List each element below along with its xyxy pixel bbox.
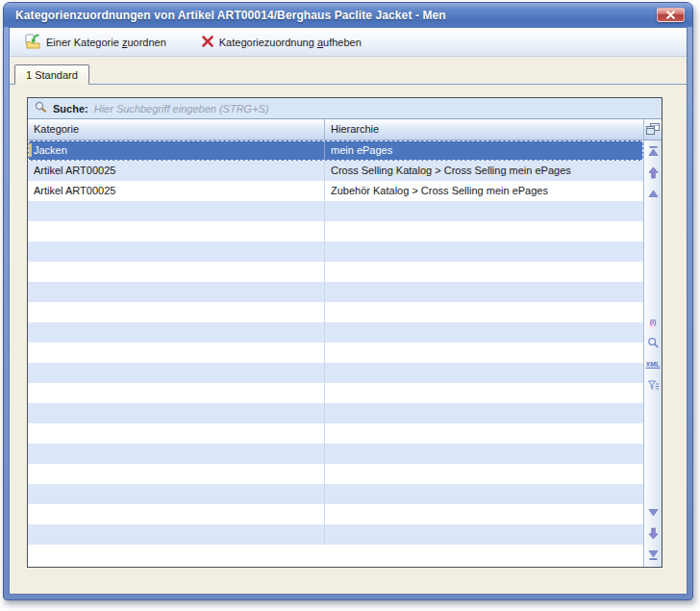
table-row[interactable]: Artikel ART00025Cross Selling Katalog > … [28,161,643,181]
table-row[interactable] [28,423,643,444]
table-row[interactable] [28,504,643,524]
dialog-window: Kategorienzuordnungen von Artikel ART000… [3,2,693,600]
search-icon [34,101,47,115]
hierarchie-cell [324,343,643,363]
column-chooser-icon [646,123,660,137]
hierarchie-cell [324,201,643,221]
kategorie-cell [28,444,324,464]
table-row[interactable] [28,383,643,403]
scroll-top-icon[interactable] [646,144,661,159]
kategorie-cell: Artikel ART00025 [28,161,324,181]
assign-category-label: Einer Kategorie zuordnen [46,37,166,48]
table-row[interactable] [28,524,643,545]
kategorie-cell [28,282,324,302]
hierarchie-cell [324,484,643,504]
close-button[interactable] [657,8,685,22]
tab-page: 1 Standard Suche: [10,57,687,594]
kategorie-cell [28,343,324,363]
assign-category-icon [25,34,41,51]
kategorie-cell [28,464,324,484]
title-bar[interactable]: Kategorienzuordnungen von Artikel ART000… [4,3,692,27]
category-grid: Suche: Kategorie Hierarchie Jackenmein e… [27,97,662,568]
hierarchie-cell [324,302,643,322]
desktop-background: Kategorienzuordnungen von Artikel ART000… [0,0,700,611]
hierarchie-cell [324,524,643,545]
search-bar: Suche: [28,98,662,119]
search-label: Suche: [53,103,88,115]
xml-export-icon[interactable]: XML [646,357,661,371]
table-row[interactable] [28,484,643,504]
table-row[interactable]: Artikel ART00025Zubehör Katalog > Cross … [28,181,643,201]
tab-standard[interactable]: 1 Standard [14,64,89,85]
table-row[interactable] [28,282,643,302]
hierarchie-cell [324,221,643,242]
kategorie-cell [28,201,324,221]
kategorie-cell [28,322,324,343]
kategorie-cell [28,363,324,383]
grid-columns-area: Kategorie Hierarchie Jackenmein ePagesAr… [28,119,643,567]
hierarchie-cell [324,242,643,262]
table-row[interactable] [28,403,643,423]
scroll-up-icon[interactable] [646,187,661,201]
kategorie-cell [28,423,324,444]
hierarchie-cell [324,423,643,444]
table-row[interactable] [28,464,643,484]
close-icon [665,10,676,21]
kategorie-cell [28,262,324,282]
table-row[interactable] [28,221,643,242]
toolbar: Einer Kategorie zuordnen Kategoriezuordn… [10,28,687,57]
table-body: Jackenmein ePagesArtikel ART00025Cross S… [28,140,643,567]
rail-body: (I)XML [644,140,662,567]
table-row[interactable] [28,242,643,262]
kategorie-cell: Artikel ART00025 [28,181,324,201]
grid-scroll-rail: (I)XML [643,119,662,567]
table-row[interactable] [28,444,643,464]
table-row[interactable] [28,363,643,383]
scroll-bottom-icon[interactable] [646,547,661,562]
hierarchie-cell [324,383,643,403]
column-header-kategorie[interactable]: Kategorie [28,119,324,140]
kategorie-cell: Jacken [28,140,324,161]
kategorie-cell [28,524,324,545]
hierarchie-cell [324,262,643,282]
kategorie-cell [28,504,324,524]
hierarchie-cell [324,444,643,464]
column-chooser-button[interactable] [644,119,662,140]
move-down-icon[interactable] [646,526,661,541]
hierarchie-cell [324,403,643,423]
grid-header-row: Kategorie Hierarchie [28,119,643,140]
move-up-icon[interactable] [646,165,661,180]
remove-assignment-button[interactable]: Kategoriezuordnung aufheben [197,33,365,52]
scroll-down-icon[interactable] [646,505,661,520]
table-row[interactable] [28,322,643,343]
remove-assignment-label: Kategoriezuordnung aufheben [219,37,362,48]
column-header-hierarchie[interactable]: Hierarchie [324,119,643,140]
table-row[interactable] [28,201,643,221]
hierarchie-cell [324,282,643,302]
table-row[interactable] [28,262,643,282]
dialog-body: Einer Kategorie zuordnen Kategoriezuordn… [9,27,688,595]
kategorie-cell [28,484,324,504]
tab-strip: 1 Standard [10,64,687,85]
search-input[interactable] [94,103,656,115]
kategorie-cell [28,403,324,423]
remove-assignment-icon [201,35,214,50]
hierarchie-cell: mein ePages [324,140,643,161]
magnifier-icon[interactable] [646,336,661,350]
hierarchie-cell: Cross Selling Katalog > Cross Selling me… [324,161,643,181]
edit-caret [29,143,32,157]
paging-icon[interactable]: (I) [646,315,661,329]
hierarchie-cell [324,322,643,343]
hierarchie-cell [324,363,643,383]
window-title: Kategorienzuordnungen von Artikel ART000… [15,9,446,22]
kategorie-cell [28,221,324,242]
kategorie-cell [28,383,324,403]
table-row[interactable] [28,343,643,363]
grid-main: Kategorie Hierarchie Jackenmein ePagesAr… [28,119,662,567]
hierarchie-cell [324,464,643,484]
hierarchie-cell: Zubehör Katalog > Cross Selling mein ePa… [324,181,643,201]
table-row[interactable] [28,302,643,322]
assign-category-button[interactable]: Einer Kategorie zuordnen [21,32,170,53]
filter-icon[interactable] [646,378,661,393]
table-row[interactable]: Jackenmein ePages [28,140,643,161]
